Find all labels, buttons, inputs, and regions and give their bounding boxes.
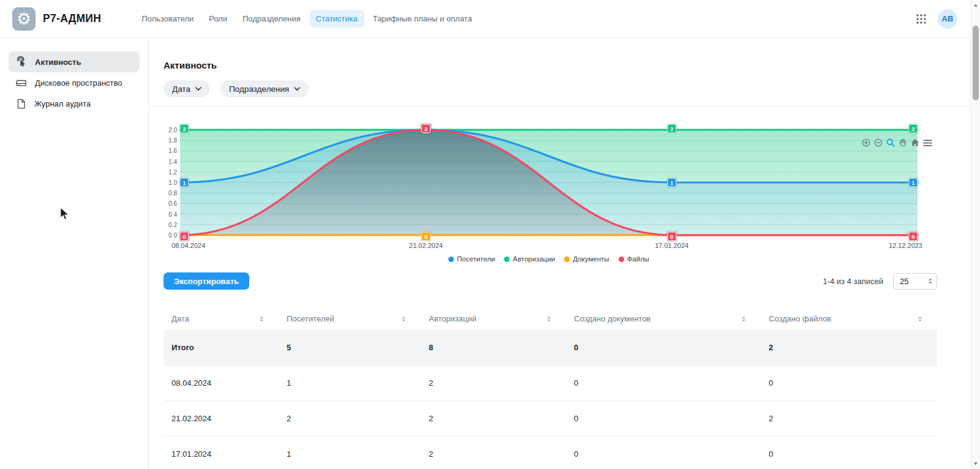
chart-legend: ПосетителиАвторизацииДокументыФайлы [180,255,918,263]
table-row: 08.04.20241200 [164,365,937,400]
disk-icon [15,77,27,89]
chart-plot[interactable]: 2222121100000200 [180,129,918,236]
selection-zoom-icon[interactable] [886,138,895,147]
chart-x-axis: 08.04.202421.02.202417.01.202412.12.2023 [180,242,918,250]
data-point-badge: 2 [421,124,431,133]
sidebar-item[interactable]: Дисковое пространство [9,72,140,93]
legend-item[interactable]: Файлы [619,255,650,263]
sidebar-item-label: Активность [35,58,81,67]
table-cell: 0 [761,378,937,388]
column-header[interactable]: Создано документов [566,314,761,323]
activity-table: ДатаПосетителейАвторизацийСоздано докуме… [164,307,937,469]
divider [149,106,980,107]
pan-icon[interactable] [899,138,907,147]
data-point-badge: 0 [179,232,189,241]
column-header-label: Создано документов [574,314,650,323]
nav-item[interactable]: Роли [202,10,234,28]
filter-pill[interactable]: Дата [164,80,210,97]
table-cell: 1 [279,449,421,459]
apps-grid-icon[interactable] [916,13,927,24]
export-button[interactable]: Экспортировать [164,272,249,290]
table-row: 21.02.20242202 [164,400,937,436]
zoom-out-icon[interactable] [874,138,883,147]
sort-icon[interactable] [402,317,405,321]
legend-label: Посетители [457,255,495,263]
nav-item[interactable]: Тарифные планы и оплата [366,10,479,28]
sort-icon[interactable] [742,317,745,321]
sidebar-item-label: Дисковое пространство [35,78,123,88]
audit-log-icon [15,98,26,110]
scroll-down-icon[interactable] [974,462,978,465]
table-cell: 0 [566,414,761,423]
table-cell: 1 [279,378,421,388]
column-header[interactable]: Посетителей [279,314,421,323]
pagination-controls: 1-4 из 4 записей 25 [823,273,937,290]
sidebar: АктивностьДисковое пространствоЖурнал ау… [0,38,149,469]
data-point-badge: 2 [179,124,189,133]
legend-dot-icon [448,257,454,262]
scroll-up-icon[interactable] [974,4,978,7]
column-header-label: Авторизаций [429,314,477,323]
table-cell: 2 [421,449,566,459]
sidebar-item[interactable]: Журнал аудита [9,93,140,114]
table-cell: 2 [761,414,937,423]
table-cell: 5 [279,343,421,352]
chart-toolbar [862,138,932,147]
scrollbar-thumb[interactable] [973,26,979,100]
legend-label: Документы [573,255,609,263]
table-cell: 2 [761,343,937,352]
data-point-badge: 0 [667,232,676,241]
activity-icon [15,56,27,68]
column-header-label: Посетителей [287,314,334,323]
column-header[interactable]: Дата [164,314,279,323]
filters-row: ДатаПодразделения [164,80,965,97]
filter-pill[interactable]: Подразделения [221,80,309,97]
home-icon[interactable] [911,138,919,147]
zoom-in-icon[interactable] [862,138,870,147]
sidebar-item[interactable]: Активность [9,51,140,72]
legend-dot-icon [619,257,624,262]
sidebar-item-label: Журнал аудита [34,99,91,108]
chart-area: 2.01.81.61.41.21.00.80.60.40.20.0 222212… [164,129,965,236]
topbar: ⚙ Р7-АДМИН ПользователиРолиПодразделения… [0,0,980,38]
column-header[interactable]: Создано файлов [761,314,937,323]
legend-item[interactable]: Авторизации [504,255,555,263]
data-point-badge: 1 [908,178,918,187]
y-axis-label: 0.8 [168,190,177,197]
page-size-value: 25 [900,277,908,286]
chart-y-axis: 2.01.81.61.41.21.00.80.60.40.20.0 [164,129,180,236]
y-axis-label: 0.6 [168,200,177,207]
sort-icon[interactable] [260,317,263,321]
legend-item[interactable]: Посетители [448,255,495,263]
actions-row: Экспортировать 1-4 из 4 записей 25 [164,272,965,290]
sort-icon[interactable] [547,317,551,321]
y-axis-label: 0.4 [168,211,177,217]
avatar[interactable]: АВ [938,9,957,29]
nav-item[interactable]: Подразделения [236,10,307,28]
x-axis-label: 21.02.2024 [409,242,443,249]
x-axis-label: 08.04.2024 [172,242,205,249]
page-scrollbar[interactable] [971,0,980,469]
x-axis-label: 12.12.2023 [889,242,922,249]
table-cell: 0 [566,343,761,352]
column-header-label: Дата [172,314,189,323]
table-header-row: ДатаПосетителейАвторизацийСоздано докуме… [164,307,937,330]
column-header[interactable]: Авторизаций [421,314,566,323]
table-cell: 17.01.2024 [164,449,279,459]
nav-item[interactable]: Пользователи [135,10,200,28]
sort-icon[interactable] [918,317,922,321]
page-size-select[interactable]: 25 [893,273,937,290]
topbar-nav: ПользователиРолиПодразделенияСтатистикаТ… [135,10,478,28]
table-cell: 21.02.2024 [164,414,279,423]
table-cell: Итого [164,343,279,352]
nav-item[interactable]: Статистика [309,10,364,28]
menu-icon[interactable] [923,139,932,147]
page-title: Активность [164,60,965,70]
data-point-badge: 0 [421,232,431,241]
filter-label: Дата [172,84,190,94]
y-axis-label: 0.0 [168,232,177,239]
legend-item[interactable]: Документы [564,255,609,263]
y-axis-label: 1.0 [168,179,177,186]
filter-label: Подразделения [229,84,289,94]
stepper-icon[interactable] [929,278,932,284]
